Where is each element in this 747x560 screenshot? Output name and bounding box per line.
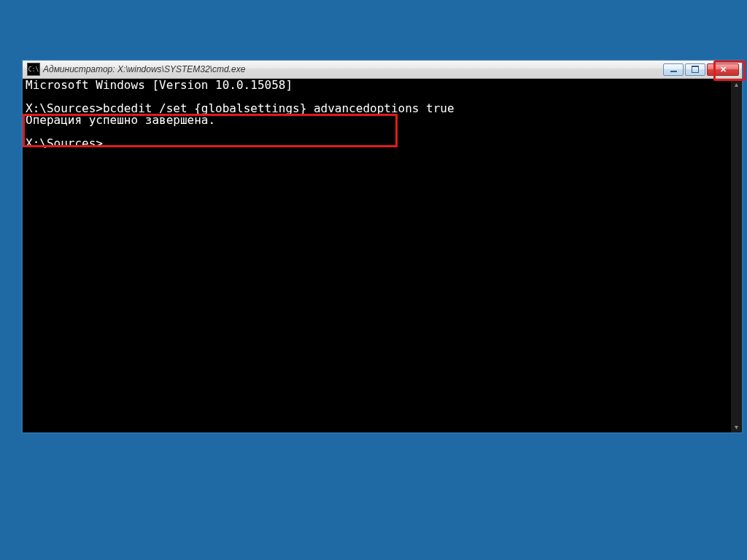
titlebar[interactable]: C:\ Администратор: X:\windows\SYSTEM32\c… bbox=[23, 61, 742, 79]
console-text: Microsoft Windows [Version 10.0.15058] X… bbox=[26, 79, 730, 149]
prompt-2: X:\Sources> bbox=[26, 136, 103, 150]
scrollbar[interactable]: ▴ ▾ bbox=[731, 79, 742, 432]
cmd-icon: C:\ bbox=[27, 63, 40, 76]
version-line: Microsoft Windows [Version 10.0.15058] bbox=[26, 79, 293, 92]
maximize-button[interactable] bbox=[685, 63, 705, 76]
scroll-up-icon[interactable]: ▴ bbox=[731, 79, 742, 90]
maximize-icon bbox=[692, 66, 699, 73]
close-button[interactable]: ✕ bbox=[707, 63, 739, 76]
window-controls: ✕ bbox=[663, 61, 739, 78]
minimize-icon bbox=[670, 67, 677, 72]
close-icon: ✕ bbox=[720, 66, 727, 74]
result-line: Операция успешно завершена. bbox=[26, 113, 215, 127]
minimize-button[interactable] bbox=[663, 63, 684, 76]
scroll-down-icon[interactable]: ▾ bbox=[731, 421, 742, 432]
console-area[interactable]: Microsoft Windows [Version 10.0.15058] X… bbox=[23, 79, 742, 432]
cmd-window: C:\ Администратор: X:\windows\SYSTEM32\c… bbox=[22, 60, 743, 433]
window-title: Администратор: X:\windows\SYSTEM32\cmd.e… bbox=[43, 64, 245, 74]
